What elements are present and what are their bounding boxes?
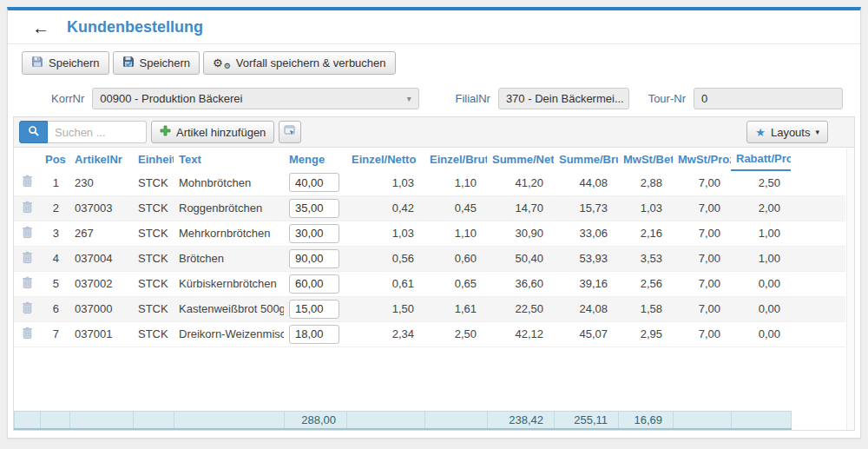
col-summe-netto[interactable]: Summe/Netto xyxy=(487,148,554,170)
col-mwst-proz[interactable]: MwSt/Proz... xyxy=(673,148,731,170)
einzel-netto-cell: 2,34 xyxy=(346,321,424,347)
article-window-icon xyxy=(284,125,296,139)
total-menge: 288,00 xyxy=(285,411,347,429)
korrnr-selected-value: 00900 - Produktion Bäckerei xyxy=(100,92,242,105)
search-group xyxy=(19,121,147,143)
delete-row-icon[interactable] xyxy=(22,175,33,188)
menge-input[interactable] xyxy=(289,224,339,243)
delete-row-icon[interactable] xyxy=(22,301,33,314)
summe-brutto-cell: 45,07 xyxy=(554,321,618,347)
rabatt-cell: 1,00 xyxy=(731,246,791,271)
menge-cell xyxy=(284,271,346,296)
tournr-input[interactable] xyxy=(694,88,843,109)
text-cell: Kürbiskernbrötchen xyxy=(174,271,284,296)
korrnr-select[interactable]: 00900 - Produktion Bäckerei ▾ xyxy=(92,88,418,109)
col-menge[interactable]: Menge xyxy=(284,148,346,170)
menge-cell xyxy=(284,170,346,195)
menge-input[interactable] xyxy=(289,274,339,294)
menge-cell xyxy=(284,246,346,271)
col-artikelnr[interactable]: ArtikelNr xyxy=(69,148,133,170)
delete-row-icon[interactable] xyxy=(22,251,33,264)
col-delete xyxy=(14,148,40,170)
save-button[interactable]: Speichern xyxy=(22,51,109,75)
einzel-brutto-cell: 0,65 xyxy=(424,271,487,296)
einzel-netto-cell: 1,50 xyxy=(346,296,424,321)
menge-input[interactable] xyxy=(289,173,339,192)
back-button[interactable]: ← xyxy=(32,19,49,36)
table-row[interactable]: 4 037004 STCK Brötchen 0,56 0,60 50,40 5… xyxy=(14,246,845,271)
einheit-cell: STCK xyxy=(133,170,174,195)
total-empty xyxy=(425,411,488,429)
einheit-cell: STCK xyxy=(133,195,174,221)
summe-brutto-cell: 24,08 xyxy=(554,296,618,321)
einzel-netto-cell: 0,56 xyxy=(346,246,424,271)
delete-row-icon[interactable] xyxy=(22,201,33,214)
total-empty xyxy=(15,411,41,429)
article-window-button[interactable] xyxy=(279,121,301,143)
summe-netto-cell: 50,40 xyxy=(487,246,554,271)
filler-cell xyxy=(791,195,845,221)
menge-input[interactable] xyxy=(289,249,339,268)
einheit-cell: STCK xyxy=(133,246,174,271)
delete-row-icon[interactable] xyxy=(22,327,33,340)
table-row[interactable]: 5 037002 STCK Kürbiskernbrötchen 0,61 0,… xyxy=(14,271,845,296)
rabatt-cell: 1,00 xyxy=(731,221,791,246)
text-cell: Kastenweißbrot 500g xyxy=(174,296,284,321)
delete-row-icon[interactable] xyxy=(22,276,33,289)
total-filler xyxy=(792,411,846,429)
text-cell: Roggenbrötchen xyxy=(174,195,284,221)
table-row[interactable]: 2 037003 STCK Roggenbrötchen 0,42 0,45 1… xyxy=(14,195,845,221)
col-einzel-brutto[interactable]: Einzel/Brutto xyxy=(424,148,487,170)
table-row[interactable]: 6 037000 STCK Kastenweißbrot 500g 1,50 1… xyxy=(14,296,845,321)
layouts-button[interactable]: ★ Layouts ▾ xyxy=(746,121,828,143)
pos-cell: 3 xyxy=(40,221,69,246)
save-close-button[interactable]: Speichern xyxy=(113,51,201,75)
mwst-betrag-cell: 2,95 xyxy=(618,321,673,347)
einheit-cell: STCK xyxy=(133,321,174,347)
summe-netto-cell: 30,90 xyxy=(487,221,554,246)
artikelnr-cell: 037004 xyxy=(69,246,133,271)
total-empty xyxy=(174,411,285,429)
total-empty xyxy=(134,411,174,429)
col-einheit[interactable]: Einheit xyxy=(133,148,174,170)
mwst-betrag-cell: 2,16 xyxy=(618,221,673,246)
einzel-brutto-cell: 1,61 xyxy=(424,296,487,321)
tournr-label: Tour-Nr xyxy=(648,92,686,105)
table-row[interactable]: 1 230 STCK Mohnbrötchen 1,03 1,10 41,20 … xyxy=(14,170,845,195)
filialnr-select[interactable]: 370 - Dein Bäckermei... ▾ xyxy=(498,88,629,109)
add-article-button[interactable]: Artikel hinzufügen xyxy=(151,121,274,143)
col-rabatt-sorted[interactable]: Rabatt/Pro..▾ xyxy=(731,148,791,170)
korrnr-label: KorrNr xyxy=(51,92,84,105)
chevron-down-icon: ▾ xyxy=(815,128,819,136)
menge-input[interactable] xyxy=(289,199,339,218)
total-empty xyxy=(70,411,134,429)
einzel-netto-cell: 0,61 xyxy=(346,271,424,296)
col-einzel-netto[interactable]: Einzel/Netto xyxy=(346,148,424,170)
pos-cell: 4 xyxy=(40,246,69,271)
einheit-cell: STCK xyxy=(133,271,174,296)
col-filler xyxy=(791,148,845,170)
total-empty xyxy=(41,411,70,429)
search-button[interactable] xyxy=(19,121,48,143)
einheit-cell: STCK xyxy=(133,221,174,246)
grid-empty-area xyxy=(14,347,854,411)
total-mwst-betrag: 16,69 xyxy=(619,411,674,429)
text-cell: Mohnbrötchen xyxy=(174,170,284,195)
search-input[interactable] xyxy=(48,121,147,143)
save-and-post-button[interactable]: ⚙⚙ Vorfall speichern & verbuchen xyxy=(203,51,395,75)
table-row[interactable]: 3 267 STCK Mehrkornbrötchen 1,03 1,10 30… xyxy=(14,221,845,246)
mwst-proz-cell: 7,00 xyxy=(673,271,731,296)
menge-input[interactable] xyxy=(289,300,339,319)
einzel-brutto-cell: 0,60 xyxy=(424,246,487,271)
col-text[interactable]: Text xyxy=(174,148,284,170)
gears-icon: ⚙ xyxy=(213,57,223,69)
col-pos[interactable]: Pos # xyxy=(40,148,69,170)
vertical-scrollbar[interactable] xyxy=(846,149,854,430)
col-summe-brutto[interactable]: Summe/Brutto xyxy=(554,148,618,170)
menge-input[interactable] xyxy=(289,325,339,344)
col-mwst-betrag[interactable]: MwSt/Betrag xyxy=(618,148,673,170)
delete-row-icon[interactable] xyxy=(22,226,33,239)
table-row[interactable]: 7 037001 STCK Dreikorn-Weizenmisch... 2,… xyxy=(14,321,845,347)
action-toolbar: Speichern Speichern ⚙⚙ Vorfall speichern… xyxy=(8,44,860,81)
einzel-brutto-cell: 2,50 xyxy=(424,321,487,347)
